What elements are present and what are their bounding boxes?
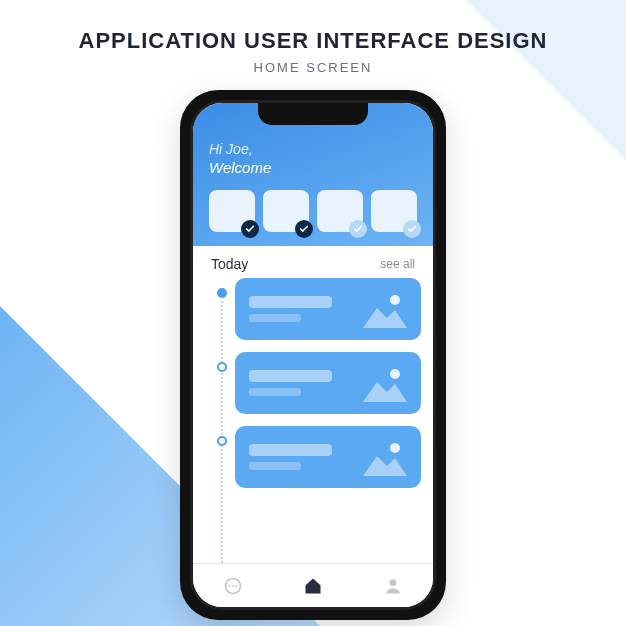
timeline [193,278,433,563]
svg-point-5 [232,585,234,587]
placeholder-line [249,462,301,470]
nav-home-button[interactable] [293,566,333,606]
timeline-item [217,426,421,488]
quick-tile[interactable] [263,190,309,232]
greeting-name: Hi Joe, [209,141,417,157]
image-placeholder-icon [363,364,407,402]
svg-point-4 [229,585,231,587]
placeholder-line [249,314,301,322]
page-heading: APPLICATION USER INTERFACE DESIGN HOME S… [0,28,626,75]
svg-point-7 [390,579,397,586]
section-header: Today see all [193,246,433,278]
profile-icon [383,576,403,596]
svg-point-6 [235,585,237,587]
card-text-placeholder [249,444,353,470]
checkmark-icon [295,220,313,238]
svg-point-0 [390,295,400,305]
bottom-nav [193,563,433,607]
see-all-link[interactable]: see all [380,257,415,271]
svg-point-1 [390,369,400,379]
quick-tile[interactable] [371,190,417,232]
chat-icon [223,576,243,596]
checkmark-icon [241,220,259,238]
timeline-dot-icon [217,362,227,372]
timeline-item [217,278,421,340]
card-text-placeholder [249,296,353,322]
checkmark-icon [349,220,367,238]
home-icon [303,576,323,596]
page-title: APPLICATION USER INTERFACE DESIGN [0,28,626,54]
background-triangle-top [466,0,626,160]
phone-bezel: Hi Joe, Welcome [190,100,436,610]
timeline-item [217,352,421,414]
page-subtitle: HOME SCREEN [0,60,626,75]
section-title: Today [211,256,248,272]
quick-tile[interactable] [317,190,363,232]
timeline-card[interactable] [235,426,421,488]
timeline-dot-icon [217,288,227,298]
timeline-card[interactable] [235,278,421,340]
quick-tile[interactable] [209,190,255,232]
svg-point-2 [390,443,400,453]
timeline-dot-icon [217,436,227,446]
nav-chat-button[interactable] [213,566,253,606]
image-placeholder-icon [363,290,407,328]
phone-frame: Hi Joe, Welcome [180,90,446,620]
phone-notch [258,103,368,125]
image-placeholder-icon [363,438,407,476]
placeholder-line [249,444,332,456]
quick-tiles-row [209,190,417,232]
card-text-placeholder [249,370,353,396]
placeholder-line [249,388,301,396]
checkmark-icon [403,220,421,238]
timeline-card[interactable] [235,352,421,414]
phone-screen: Hi Joe, Welcome [193,103,433,607]
greeting-welcome: Welcome [209,159,417,176]
nav-profile-button[interactable] [373,566,413,606]
placeholder-line [249,370,332,382]
placeholder-line [249,296,332,308]
